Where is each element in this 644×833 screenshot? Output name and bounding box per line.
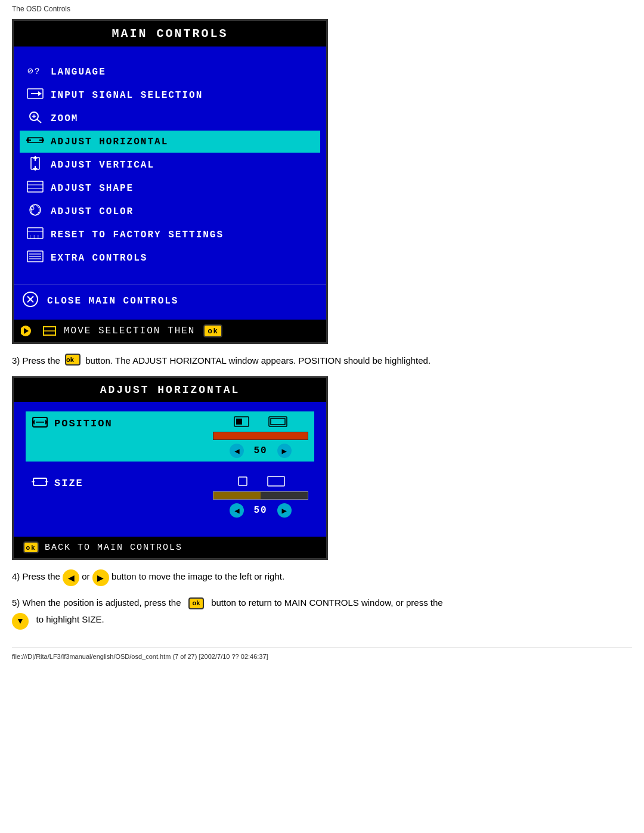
inst4-end: button to move the image to the left or …	[112, 569, 284, 584]
menu-item-input-signal[interactable]: INPUT SIGNAL SELECTION	[20, 84, 320, 106]
svg-marker-4	[38, 91, 42, 96]
svg-rect-50	[268, 476, 284, 486]
reset-icon: |||	[24, 226, 46, 243]
adjust-color-icon	[24, 203, 46, 220]
adjust-horizontal-header: ADJUST HORIZONTAL	[14, 378, 326, 402]
inst4-or: or	[82, 569, 89, 584]
adjust-horizontal-box: ADJUST HORIZONTAL POSITION	[12, 376, 328, 560]
back-label: BACK TO MAIN CONTROLS	[45, 543, 182, 553]
adjust-horizontal-icon	[24, 133, 46, 150]
instruction-3: 3) Press the ok button. The ADJUST HORIZ…	[12, 354, 632, 368]
svg-rect-46	[33, 478, 47, 485]
svg-rect-49	[239, 477, 247, 485]
adjust-horizontal-label: ADJUST HORIZONTAL	[51, 137, 168, 147]
position-left-arrow[interactable]: ◀	[230, 444, 244, 458]
adjust-horizontal-body: POSITION	[14, 402, 326, 537]
menu-item-zoom[interactable]: ZOOM	[20, 107, 320, 129]
menu-item-adjust-shape[interactable]: ADJUST SHAPE	[20, 177, 320, 199]
osd-menu: ⊘ ? LANGUAGE INPUT SIGNAL SELECTION	[14, 47, 326, 284]
inst3-middle: button. The ADJUST HORIZONTAL window app…	[85, 354, 431, 368]
size-icon	[32, 475, 48, 491]
position-label: POSITION	[54, 418, 207, 429]
size-value: 50	[253, 505, 267, 516]
adj-footer: ok BACK TO MAIN CONTROLS	[14, 537, 326, 558]
extra-controls-label: EXTRA CONTROLS	[51, 253, 147, 264]
close-section[interactable]: CLOSE MAIN CONTROLS	[14, 284, 326, 320]
ok-button-footer[interactable]: ok	[203, 324, 222, 337]
inst5-middle: button to return to MAIN CONTROLS window…	[211, 597, 443, 608]
svg-rect-43	[236, 419, 242, 425]
svg-rect-19	[27, 181, 43, 192]
reset-label: RESET TO FACTORY SETTINGS	[51, 230, 224, 240]
adjust-shape-icon	[24, 179, 46, 197]
zoom-label: ZOOM	[51, 113, 78, 124]
size-right-arrow[interactable]: ▶	[277, 503, 292, 518]
inst4-text: 4) Press the	[12, 569, 60, 584]
menu-item-adjust-horizontal[interactable]: ADJUST HORIZONTAL	[20, 131, 320, 153]
file-path: file:///D|/Rita/LF3/lf3manual/english/OS…	[12, 648, 632, 660]
main-controls-box: MAIN CONTROLS ⊘ ? LANGUAGE INPUT S	[12, 19, 328, 344]
size-icon-large	[267, 475, 285, 488]
inst3-prefix: 3) Press the	[12, 354, 60, 368]
position-icon	[32, 415, 48, 432]
svg-rect-45	[271, 419, 285, 425]
ok-button-inst5[interactable]: ok	[188, 597, 204, 609]
input-signal-label: INPUT SIGNAL SELECTION	[51, 90, 203, 101]
svg-text:|||: |||	[29, 234, 41, 239]
close-main-label: CLOSE MAIN CONTROLS	[47, 296, 178, 306]
down-arrow-nav[interactable]: ▼	[12, 613, 29, 630]
footer-text: MOVE SELECTION THEN	[64, 326, 195, 336]
adjust-shape-label: ADJUST SHAPE	[51, 183, 134, 194]
menu-item-extra[interactable]: EXTRA CONTROLS	[20, 247, 320, 269]
position-right-arrow[interactable]: ▶	[277, 444, 292, 458]
close-main-icon	[20, 291, 41, 311]
position-value: 50	[253, 445, 267, 456]
pos-icon-left	[233, 415, 250, 428]
language-icon: ⊘ ?	[24, 63, 46, 80]
input-signal-icon	[24, 86, 46, 104]
size-label: SIZE	[54, 478, 207, 489]
svg-text:⊘: ⊘	[27, 66, 35, 77]
extra-controls-icon	[24, 249, 46, 267]
instruction-5: 5) When the position is adjusted, press …	[12, 594, 632, 630]
adjust-vertical-icon	[24, 156, 46, 174]
pos-icon-right	[268, 415, 288, 428]
svg-text:?: ?	[35, 67, 41, 76]
language-label: LANGUAGE	[51, 67, 106, 78]
menu-item-language[interactable]: ⊘ ? LANGUAGE	[20, 61, 320, 83]
adjust-color-label: ADJUST COLOR	[51, 206, 134, 217]
size-icon-small	[236, 475, 249, 488]
svg-line-6	[37, 119, 41, 123]
main-controls-header: MAIN CONTROLS	[14, 21, 326, 47]
ok-button-inst3[interactable]: ok	[65, 354, 80, 366]
menu-item-adjust-color[interactable]: ADJUST COLOR	[20, 200, 320, 222]
adjust-vertical-label: ADJUST VERTICAL	[51, 160, 154, 171]
left-arrow-nav[interactable]: ◀	[63, 569, 79, 586]
page-title: The OSD Controls	[12, 5, 632, 13]
osd-footer: MOVE SELECTION THEN ok	[14, 320, 326, 342]
instruction-4: 4) Press the ◀ or ▶ button to move the i…	[12, 569, 632, 586]
zoom-icon	[24, 110, 46, 127]
inst5-end: to highlight SIZE.	[36, 614, 104, 624]
size-left-arrow[interactable]: ◀	[230, 503, 244, 518]
inst5-prefix: 5) When the position is adjusted, press …	[12, 597, 181, 608]
right-arrow-nav[interactable]: ▶	[92, 569, 109, 586]
menu-item-adjust-vertical[interactable]: ADJUST VERTICAL	[20, 154, 320, 176]
menu-item-reset[interactable]: ||| RESET TO FACTORY SETTINGS	[20, 224, 320, 246]
ok-button-adj[interactable]: ok	[23, 541, 39, 553]
